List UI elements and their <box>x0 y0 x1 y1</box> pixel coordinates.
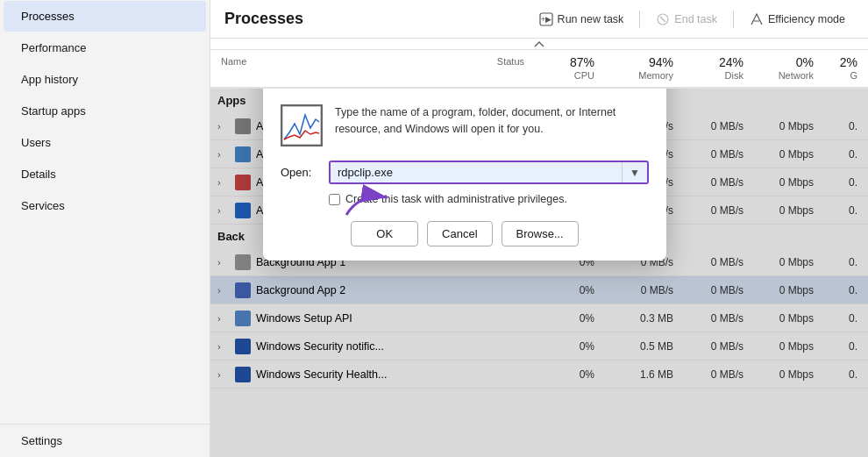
column-headers: Name Status 87% CPU 94% Memory 24% Disk … <box>210 50 868 88</box>
pointer-arrow-icon <box>342 175 403 219</box>
task-manager-chart-icon <box>282 106 321 145</box>
sidebar-item-processes[interactable]: Processes <box>4 1 206 32</box>
svg-line-3 <box>660 17 665 22</box>
sidebar-item-users[interactable]: Users <box>4 127 206 158</box>
chevron-up-icon <box>534 40 544 47</box>
col-header-disk[interactable]: 24% Disk <box>677 50 747 87</box>
sidebar: ProcessesPerformanceApp historyStartup a… <box>0 0 210 457</box>
sidebar-item-performance[interactable]: Performance <box>4 32 206 63</box>
topbar-divider-2 <box>733 11 734 28</box>
process-area: Apps › App 1 0% 0.2 MB/s 0 MB/s 0 Mbps 0… <box>210 89 868 457</box>
sidebar-item-startup-apps[interactable]: Startup apps <box>4 96 206 126</box>
svg-text:+▶: +▶ <box>540 15 551 24</box>
create-new-task-dialog: Create new task ✕ Type the nam <box>263 89 666 261</box>
run-new-task-icon: +▶ <box>539 12 553 26</box>
sidebar-item-settings[interactable]: Settings <box>4 425 206 456</box>
browse-button[interactable]: Browse... <box>502 221 579 246</box>
dropdown-arrow-icon: ▼ <box>630 167 640 179</box>
dialog-body: Type the name of a program, folder, docu… <box>263 94 666 261</box>
cancel-button[interactable]: Cancel <box>427 221 492 246</box>
task-manager-icon <box>281 104 323 146</box>
col-header-memory[interactable]: 94% Memory <box>598 50 677 87</box>
col-header-cpu[interactable]: 87% CPU <box>528 50 598 87</box>
dialog-overlay: Create new task ✕ Type the nam <box>210 89 868 457</box>
ok-button[interactable]: OK <box>351 221 418 246</box>
dialog-description: Type the name of a program, folder, docu… <box>335 104 649 138</box>
open-label: Open: <box>281 166 320 179</box>
col-header-status[interactable]: Status <box>449 50 528 87</box>
run-new-task-button[interactable]: +▶ Run new task <box>530 8 633 31</box>
open-dropdown-button[interactable]: ▼ <box>622 162 647 182</box>
sidebar-bottom: Settings <box>0 424 210 457</box>
dialog-buttons: OK Cancel Browse... <box>281 221 649 246</box>
collapse-row[interactable] <box>210 39 868 50</box>
col-header-name[interactable]: Name <box>217 50 449 87</box>
col-header-gpu[interactable]: 2% G <box>817 50 861 87</box>
efficiency-mode-button[interactable]: Efficiency mode <box>741 8 854 31</box>
admin-privileges-checkbox[interactable] <box>329 194 340 205</box>
main-content: Processes +▶ Run new task End task Effic… <box>210 0 868 457</box>
sidebar-item-app-history[interactable]: App history <box>4 64 206 95</box>
topbar: Processes +▶ Run new task End task Effic… <box>210 0 868 39</box>
end-task-button[interactable]: End task <box>647 8 726 31</box>
topbar-divider-1 <box>639 11 640 28</box>
page-title: Processes <box>224 10 303 28</box>
sidebar-item-services[interactable]: Services <box>4 190 206 221</box>
col-header-network[interactable]: 0% Network <box>747 50 817 87</box>
sidebar-item-details[interactable]: Details <box>4 159 206 189</box>
end-task-icon <box>656 12 670 26</box>
cursor-arrow <box>342 175 403 222</box>
efficiency-mode-icon <box>750 12 764 26</box>
dialog-description-row: Type the name of a program, folder, docu… <box>281 104 649 146</box>
open-row: Open: ▼ <box>281 161 649 184</box>
